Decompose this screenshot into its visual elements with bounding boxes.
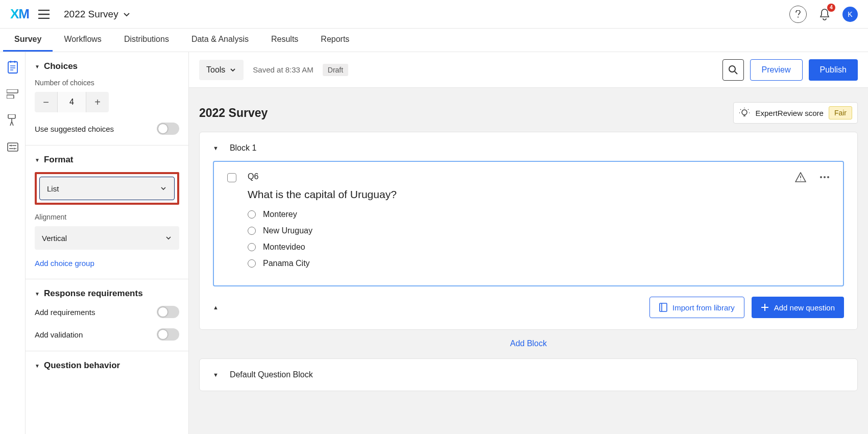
- builder-icon[interactable]: [7, 61, 19, 74]
- search-button[interactable]: [722, 59, 744, 81]
- collapse-block-icon[interactable]: ▼: [213, 145, 219, 151]
- add-choice-group-link[interactable]: Add choice group: [35, 259, 94, 268]
- svg-rect-1: [7, 89, 18, 93]
- menu-icon[interactable]: [38, 10, 50, 19]
- svg-rect-2: [7, 95, 14, 99]
- suggested-choices-label: Use suggested choices: [35, 125, 114, 133]
- tab-reports[interactable]: Reports: [309, 29, 360, 52]
- saved-indicator: Saved at 8:33 AM: [253, 65, 313, 74]
- section-behavior[interactable]: ▼ Question behavior: [35, 360, 179, 371]
- caret-down-icon: ▼: [35, 291, 40, 297]
- suggested-choices-toggle[interactable]: [157, 123, 179, 135]
- chevron-down-icon: [229, 66, 236, 74]
- block-card: ▼ Block 1 Q6 What is the capital of Urug…: [199, 132, 858, 330]
- section-choices-label: Choices: [44, 61, 78, 71]
- warning-icon[interactable]: [795, 172, 806, 182]
- block-name[interactable]: Block 1: [230, 143, 256, 153]
- question-select-checkbox[interactable]: [227, 173, 236, 182]
- stepper-value: 4: [57, 92, 86, 112]
- plus-icon: [761, 303, 769, 311]
- add-requirements-toggle[interactable]: [157, 306, 179, 318]
- svg-point-6: [13, 148, 15, 150]
- format-select-value: List: [47, 184, 59, 193]
- choice-row[interactable]: Monterey: [248, 210, 784, 219]
- canvas-header: 2022 Survey ExpertReview score Fair: [189, 88, 868, 132]
- publish-button[interactable]: Publish: [809, 59, 858, 81]
- question-id: Q6: [248, 172, 784, 181]
- tab-data-analysis[interactable]: Data & Analysis: [180, 29, 260, 52]
- collapse-block-icon[interactable]: ▼: [213, 372, 219, 378]
- block-name[interactable]: Default Question Block: [230, 370, 313, 379]
- choice-row[interactable]: New Uruguay: [248, 226, 784, 235]
- tab-workflows[interactable]: Workflows: [53, 29, 113, 52]
- import-library-label: Import from library: [672, 303, 735, 312]
- add-validation-label: Add validation: [35, 330, 83, 339]
- tools-dropdown[interactable]: Tools: [199, 60, 244, 80]
- choice-label: New Uruguay: [263, 226, 312, 235]
- survey-title[interactable]: 2022 Survey: [199, 106, 268, 120]
- add-block-link[interactable]: Add Block: [189, 339, 868, 348]
- stepper-increment[interactable]: +: [86, 92, 109, 112]
- expert-review-widget[interactable]: ExpertReview score Fair: [733, 102, 858, 124]
- library-icon: [659, 303, 667, 312]
- svg-point-9: [820, 176, 822, 178]
- main-tabs: Survey Workflows Distributions Data & An…: [0, 29, 868, 52]
- section-response-label: Response requirements: [44, 288, 143, 299]
- add-validation-toggle[interactable]: [157, 328, 179, 341]
- svg-rect-4: [8, 143, 18, 151]
- svg-point-11: [827, 176, 829, 178]
- tab-survey[interactable]: Survey: [3, 29, 53, 52]
- svg-point-8: [742, 110, 747, 115]
- import-library-button[interactable]: Import from library: [649, 297, 744, 318]
- radio-icon: [248, 227, 256, 235]
- question-card[interactable]: Q6 What is the capital of Uruguay? Monte…: [213, 161, 844, 286]
- project-title[interactable]: 2022 Survey: [64, 9, 118, 20]
- options-icon[interactable]: [7, 141, 19, 153]
- question-text[interactable]: What is the capital of Uruguay?: [248, 188, 784, 201]
- project-dropdown-icon[interactable]: [123, 10, 131, 18]
- draft-badge: Draft: [323, 64, 348, 76]
- chevron-down-icon: [165, 234, 172, 242]
- format-select[interactable]: List: [39, 177, 175, 200]
- collapse-icon[interactable]: ▲: [213, 304, 219, 310]
- preview-button[interactable]: Preview: [750, 59, 803, 81]
- choice-row[interactable]: Panama City: [248, 259, 784, 268]
- search-icon: [728, 65, 738, 75]
- add-question-label: Add new question: [774, 303, 835, 312]
- tab-results[interactable]: Results: [260, 29, 309, 52]
- radio-icon: [248, 243, 256, 251]
- avatar[interactable]: K: [842, 7, 858, 22]
- canvas: Tools Saved at 8:33 AM Draft Preview Pub…: [189, 52, 868, 434]
- radio-icon: [248, 210, 256, 219]
- section-choices[interactable]: ▼ Choices: [35, 61, 179, 71]
- section-format[interactable]: ▼ Format: [35, 155, 179, 165]
- choice-row[interactable]: Montevideo: [248, 243, 784, 252]
- svg-point-10: [824, 176, 826, 178]
- help-icon[interactable]: [789, 6, 807, 23]
- block-card: ▼ Default Question Block: [199, 358, 858, 391]
- top-header: XM 2022 Survey 4 K: [0, 0, 868, 29]
- section-behavior-label: Question behavior: [44, 360, 120, 371]
- notifications-icon[interactable]: 4: [816, 6, 833, 23]
- radio-icon: [248, 259, 256, 268]
- svg-rect-0: [8, 62, 17, 73]
- choice-label: Montevideo: [263, 243, 305, 252]
- lightbulb-icon: [739, 107, 750, 118]
- svg-rect-12: [660, 303, 667, 311]
- notification-badge: 4: [827, 4, 835, 12]
- section-response-req[interactable]: ▼ Response requirements: [35, 288, 179, 299]
- alignment-select[interactable]: Vertical: [35, 226, 179, 250]
- add-requirements-label: Add requirements: [35, 308, 95, 317]
- look-feel-icon[interactable]: [7, 114, 19, 127]
- stepper-decrement[interactable]: −: [35, 92, 57, 112]
- svg-rect-3: [8, 114, 15, 118]
- flow-icon[interactable]: [7, 88, 19, 100]
- alignment-select-value: Vertical: [42, 234, 67, 243]
- add-question-button[interactable]: Add new question: [752, 297, 844, 318]
- caret-down-icon: ▼: [35, 64, 40, 69]
- tab-distributions[interactable]: Distributions: [113, 29, 180, 52]
- highlight-frame: List: [35, 172, 179, 205]
- more-icon[interactable]: [819, 176, 830, 179]
- caret-down-icon: ▼: [35, 363, 40, 369]
- tools-label: Tools: [206, 65, 225, 75]
